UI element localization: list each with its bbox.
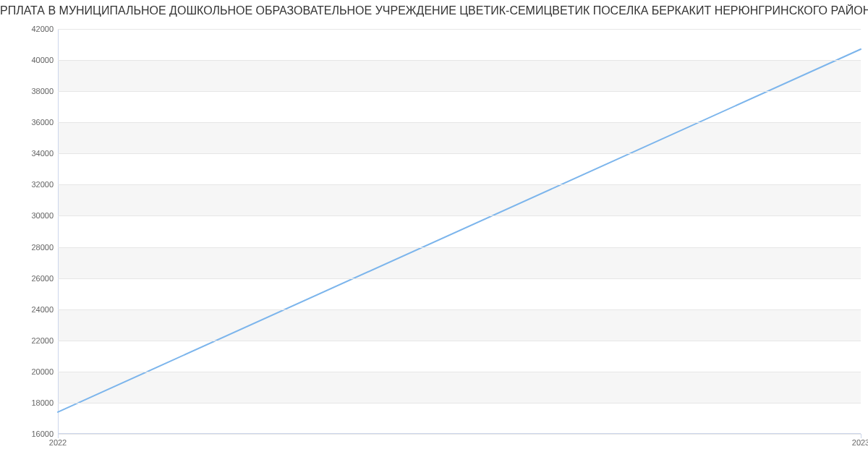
y-tick-label: 40000 — [31, 56, 54, 64]
x-tick — [861, 434, 861, 438]
x-tick — [58, 434, 59, 438]
gridline — [58, 372, 861, 372]
plot-area — [58, 29, 861, 434]
y-tick-label: 18000 — [31, 398, 54, 407]
y-tick-label: 24000 — [31, 305, 54, 314]
gridline — [58, 91, 861, 92]
gridline — [58, 122, 861, 123]
y-tick-label: 28000 — [31, 243, 54, 252]
gridline — [58, 60, 861, 61]
y-tick-label: 26000 — [31, 274, 54, 283]
gridline — [58, 278, 861, 279]
data-line — [58, 29, 861, 434]
y-tick-label: 22000 — [31, 336, 54, 345]
gridline — [58, 341, 861, 341]
y-tick-label: 34000 — [31, 149, 54, 158]
gridline — [58, 434, 861, 435]
chart-container: РПЛАТА В МУНИЦИПАЛЬНОЕ ДОШКОЛЬНОЕ ОБРАЗО… — [0, 0, 868, 470]
gridline — [58, 309, 861, 310]
y-tick-label: 38000 — [31, 87, 54, 95]
gridline — [58, 184, 861, 185]
gridline — [58, 153, 861, 154]
y-tick-label: 20000 — [31, 367, 54, 376]
gridline — [58, 29, 861, 30]
gridline — [58, 215, 861, 216]
gridline — [58, 403, 861, 403]
y-tick-label: 30000 — [31, 211, 54, 220]
y-tick-label: 42000 — [31, 25, 54, 33]
x-tick-label: 2022 — [49, 438, 67, 447]
chart-title: РПЛАТА В МУНИЦИПАЛЬНОЕ ДОШКОЛЬНОЕ ОБРАЗО… — [0, 4, 868, 17]
gridline — [58, 247, 861, 248]
y-tick-label: 36000 — [31, 118, 54, 127]
x-tick-label: 2023 — [852, 438, 868, 447]
y-tick-label: 32000 — [31, 180, 54, 189]
y-tick-label: 16000 — [31, 430, 54, 438]
